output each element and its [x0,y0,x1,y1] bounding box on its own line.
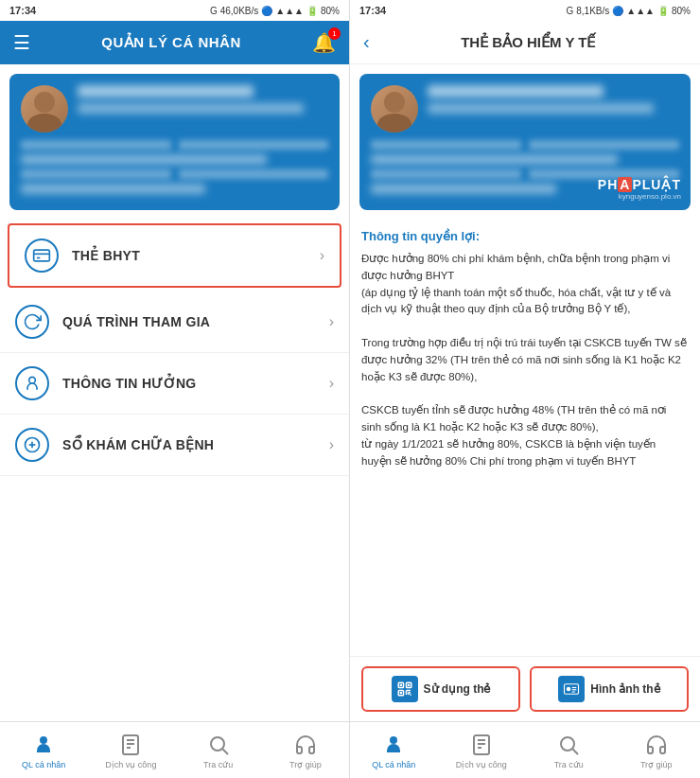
right-time: 17:34 [359,5,386,16]
svg-rect-23 [399,692,401,694]
thong-tin-icon-circle [15,366,49,400]
svg-point-17 [377,114,411,133]
left-nav-dich-vu-label: Dịch vụ công [105,760,156,769]
right-nav-person-icon [380,732,407,758]
the-bhyt-icon-circle [25,239,59,273]
menu-item-so-kham[interactable]: SỔ KHÁM CHỮA BỆNH › [0,415,349,476]
svg-point-30 [567,687,571,692]
right-profile-name-blur [428,85,604,97]
info-para-3: CSKCB tuyến tỉnh sẽ được hưởng 48% (TH t… [361,404,666,433]
phapluat-logo: PHAPLUẬT kynguyenso.plo.vn [598,177,681,201]
right-signal-icon: ▲▲▲ [626,6,655,16]
right-avatar-image [371,85,418,133]
left-status-bar: 17:34 G 46,0KB/s 🔵 ▲▲▲ 🔋 80% [0,0,349,21]
hinh-anh-the-button[interactable]: Hình ảnh thẻ [530,666,689,712]
menu-item-the-bhyt[interactable]: THẺ BHYT › [8,223,341,288]
su-dung-the-button[interactable]: Sử dụng thẻ [361,666,520,712]
qua-trinh-icon-circle [15,305,49,339]
field-right [179,140,329,150]
profile-field-5 [21,184,205,194]
right-profile-field-5 [371,184,556,194]
right-profile-info [428,85,679,118]
svg-point-16 [384,92,405,113]
svg-point-5 [29,377,36,383]
right-speed-indicator: 8,1KB/s [576,6,609,16]
id-card-icon [558,676,585,702]
left-nav-person-icon [30,732,57,758]
battery-pct: 80% [321,6,340,16]
right-panel: 17:34 G 8,1KB/s 🔵 ▲▲▲ 🔋 80% ‹ THẺ BẢO HI… [350,0,700,778]
left-nav-tra-cuu-label: Tra cứu [203,760,233,769]
svg-point-1 [27,114,61,133]
left-nav-ql-ca-nhan[interactable]: QL cá nhân [0,722,87,778]
hinh-anh-the-label: Hình ảnh thẻ [590,682,659,696]
left-nav-dich-vu[interactable]: Dịch vụ công [87,722,174,778]
field-left-2 [21,169,171,179]
the-bhyt-arrow: › [320,247,324,264]
phapluat-url: kynguyenso.plo.vn [598,192,681,201]
svg-rect-28 [410,694,411,696]
avatar-image [21,85,68,133]
thong-tin-arrow: › [329,375,334,392]
profile-row-4 [21,169,328,179]
left-nav-headset-icon [292,732,319,758]
svg-rect-2 [34,250,50,261]
su-dung-the-label: Sử dụng thẻ [424,682,491,696]
right-nav-doc-icon [468,732,495,758]
so-kham-label: SỔ KHÁM CHỮA BỆNH [62,437,329,452]
back-button[interactable]: ‹ [363,31,370,53]
right-profile-header-row [371,85,679,133]
right-nav-dich-vu-label: Dịch vụ công [456,760,507,769]
profile-field-3 [21,154,267,165]
right-bluetooth-icon: 🔵 [612,6,623,16]
qua-trinh-arrow: › [329,313,334,330]
bell-button[interactable]: 🔔 1 [312,31,336,54]
left-nav-tro-giup[interactable]: Trợ giúp [262,722,349,778]
right-nav-tra-cuu[interactable]: Tra cứu [525,722,613,778]
notification-badge: 1 [328,27,341,40]
right-nav-ql-ca-nhan[interactable]: QL cá nhân [350,722,438,778]
right-profile-row-2 [371,140,679,150]
right-profile-field-3 [371,154,618,165]
left-nav-tra-cuu[interactable]: Tra cứu [175,722,262,778]
menu-list: THẺ BHYT › QUÁ TRÌNH THAM GIA › [0,220,349,721]
profile-header-row [21,85,328,133]
right-profile-card: PHAPLUẬT kynguyenso.plo.vn [359,74,691,210]
so-kham-icon-circle [15,428,49,462]
thong-tin-label: THÔNG TIN HƯỞNG [62,376,329,391]
left-header: ☰ QUẢN LÝ CÁ NHÂN 🔔 1 [0,21,349,64]
right-nav-headset-icon [643,732,670,758]
right-field-left [371,140,521,150]
menu-item-qua-trinh[interactable]: QUÁ TRÌNH THAM GIA › [0,292,349,353]
right-battery-icon: 🔋 [657,6,669,16]
menu-item-thong-tin[interactable]: THÔNG TIN HƯỞNG › [0,353,349,415]
svg-point-0 [34,92,55,113]
right-nav-ql-label: QL cá nhân [372,760,415,769]
left-time: 17:34 [9,5,36,16]
svg-point-9 [40,736,47,744]
right-nav-tra-cuu-label: Tra cứu [554,760,584,769]
svg-line-40 [573,749,579,754]
right-nav-tro-giup[interactable]: Trợ giúp [613,722,701,778]
signal-icon: ▲▲▲ [275,6,304,16]
left-profile-card [9,74,340,210]
right-network-icon: G [566,6,573,16]
left-nav-search-icon [205,732,232,758]
field-right-2 [179,169,329,179]
info-para-0: Được hưởng 80% chi phí khám bệnh, chữa b… [361,253,670,281]
svg-point-34 [390,736,397,744]
svg-point-14 [211,737,224,751]
right-nav-search-icon [555,732,582,758]
right-nav-dich-vu[interactable]: Dịch vụ công [438,722,526,778]
qua-trinh-label: QUÁ TRÌNH THAM GIA [62,314,329,329]
svg-rect-22 [408,684,410,686]
right-header: ‹ THẺ BẢO HIỂM Y TẾ [350,21,700,64]
hamburger-icon[interactable]: ☰ [13,31,30,54]
info-para-1: (áp dụng tỷ lệ thanh toán một số thuốc, … [361,287,671,315]
right-field-right [529,140,679,150]
info-section: Thông tin quyền lợi: Được hưởng 80% chi … [350,220,700,656]
right-profile-field-1 [428,103,654,114]
speed-indicator: 46,0KB/s [220,6,259,16]
info-text: Được hưởng 80% chi phí khám bệnh, chữa b… [361,251,689,470]
right-bottom-nav: QL cá nhân Dịch vụ công [350,721,700,778]
